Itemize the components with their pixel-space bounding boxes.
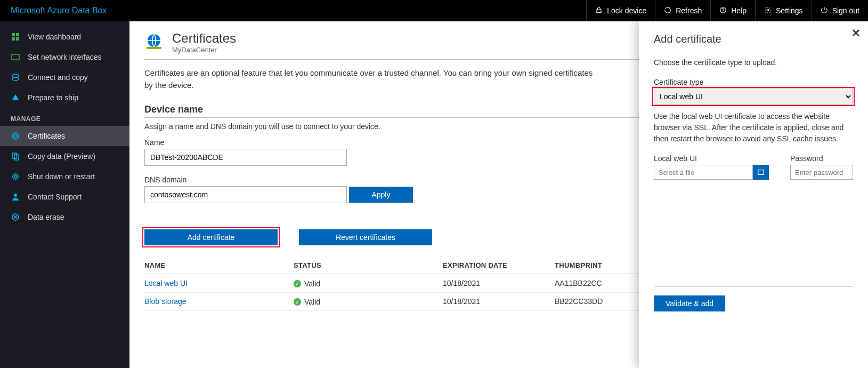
svg-point-10 <box>12 77 19 81</box>
page-icon <box>144 32 164 53</box>
cert-link[interactable]: Blob storage <box>144 297 186 306</box>
page-subtitle: MyDataCenter <box>172 46 236 54</box>
sidebar-item-label: Shut down or restart <box>28 172 95 181</box>
dashboard-icon <box>11 32 20 42</box>
settings-label: Settings <box>776 6 803 15</box>
name-input[interactable] <box>144 149 347 166</box>
status-text: Valid <box>304 298 320 306</box>
sidebar-item-erase[interactable]: Data erase <box>0 207 129 227</box>
svg-rect-6 <box>12 37 15 41</box>
help-label: Help <box>731 6 747 15</box>
svg-rect-8 <box>12 54 19 60</box>
sidebar-item-label: Connect and copy <box>28 73 88 82</box>
sidebar-section-manage: MANAGE <box>0 108 129 126</box>
network-icon <box>11 52 20 62</box>
svg-point-16 <box>14 194 17 197</box>
refresh-icon <box>664 6 671 15</box>
svg-rect-4 <box>12 33 15 36</box>
panel-intro: Choose the certificate type to upload. <box>654 57 853 68</box>
dns-input[interactable] <box>144 186 347 203</box>
lock-device-button[interactable]: Lock device <box>586 0 655 21</box>
svg-point-15 <box>14 175 17 178</box>
sidebar-item-shutdown[interactable]: Shut down or restart <box>0 166 129 187</box>
svg-rect-5 <box>16 33 19 36</box>
svg-point-3 <box>767 9 769 11</box>
password-label: Password <box>790 154 853 163</box>
certificate-icon <box>11 131 20 141</box>
help-icon <box>719 6 727 15</box>
check-icon: ✓ <box>294 298 301 306</box>
sidebar-item-support[interactable]: Contact Support <box>0 187 129 207</box>
copy-icon <box>11 151 20 161</box>
svg-rect-19 <box>147 47 161 49</box>
brand: Microsoft Azure Data Box <box>0 6 586 15</box>
status-text: Valid <box>304 279 320 288</box>
topbar: Microsoft Azure Data Box Lock device Ref… <box>0 0 868 21</box>
col-name: NAME <box>144 257 294 274</box>
power-icon <box>821 6 828 15</box>
sidebar-item-label: Copy data (Preview) <box>28 152 95 161</box>
sidebar-item-connect[interactable]: Connect and copy <box>0 67 129 87</box>
erase-icon <box>11 212 20 222</box>
expiration-text: 10/18/2021 <box>443 274 555 293</box>
expiration-text: 10/18/2021 <box>443 292 555 311</box>
add-certificate-panel: ✕ Add certificate Choose the certificate… <box>639 21 868 368</box>
sidebar-item-label: View dashboard <box>28 33 81 41</box>
close-icon[interactable]: ✕ <box>851 27 861 39</box>
sidebar-item-certificates[interactable]: Certificates <box>0 126 129 146</box>
sidebar-item-label: Set network interfaces <box>28 53 102 61</box>
support-icon <box>11 192 20 202</box>
svg-rect-0 <box>597 10 601 12</box>
validate-add-button[interactable]: Validate & add <box>654 295 725 311</box>
connect-icon <box>11 73 20 82</box>
check-icon: ✓ <box>294 280 301 287</box>
sidebar-item-label: Prepare to ship <box>28 93 78 102</box>
intro-text: Certificates are an optional feature tha… <box>144 67 603 91</box>
signout-label: Sign out <box>832 6 859 15</box>
file-picker <box>654 165 769 180</box>
help-button[interactable]: Help <box>710 0 755 21</box>
ship-icon <box>11 93 20 102</box>
sidebar-item-copy-data[interactable]: Copy data (Preview) <box>0 146 129 166</box>
sidebar: View dashboard Set network interfaces Co… <box>0 21 129 368</box>
cert-type-label: Certificate type <box>654 78 853 86</box>
svg-rect-7 <box>16 37 19 41</box>
sidebar-item-label: Contact Support <box>28 193 82 201</box>
password-input[interactable] <box>790 165 853 180</box>
panel-title: Add certificate <box>654 33 853 45</box>
svg-point-2 <box>723 12 724 12</box>
revert-certificates-button[interactable]: Revert certificates <box>299 229 432 245</box>
sidebar-item-ship[interactable]: Prepare to ship <box>0 87 129 108</box>
settings-button[interactable]: Settings <box>755 0 812 21</box>
page-title: Certificates <box>172 31 236 46</box>
shutdown-icon <box>11 172 20 181</box>
refresh-label: Refresh <box>676 6 702 15</box>
topbar-actions: Lock device Refresh Help Settings Sign o… <box>586 0 868 21</box>
lock-icon <box>595 6 603 15</box>
cert-type-help: Use the local web UI certificate to acce… <box>654 111 853 145</box>
lock-label: Lock device <box>607 6 646 15</box>
file-label: Local web UI <box>654 154 769 163</box>
browse-icon[interactable] <box>753 165 769 180</box>
cert-type-select[interactable]: Local web UI <box>654 89 853 105</box>
cert-link[interactable]: Local web UI <box>144 279 188 287</box>
signout-button[interactable]: Sign out <box>812 0 868 21</box>
svg-point-9 <box>12 74 19 77</box>
col-expiration: EXPIRATION DATE <box>443 257 555 274</box>
refresh-button[interactable]: Refresh <box>655 0 710 21</box>
sidebar-item-network[interactable]: Set network interfaces <box>0 47 129 67</box>
col-status: STATUS <box>294 257 443 274</box>
add-certificate-button[interactable]: Add certificate <box>144 229 278 245</box>
sidebar-item-dashboard[interactable]: View dashboard <box>0 27 129 47</box>
sidebar-item-label: Certificates <box>28 132 65 140</box>
svg-rect-20 <box>758 170 764 175</box>
file-input[interactable] <box>654 165 753 180</box>
sidebar-item-label: Data erase <box>28 213 64 221</box>
gear-icon <box>764 6 772 15</box>
apply-button[interactable]: Apply <box>349 187 413 203</box>
